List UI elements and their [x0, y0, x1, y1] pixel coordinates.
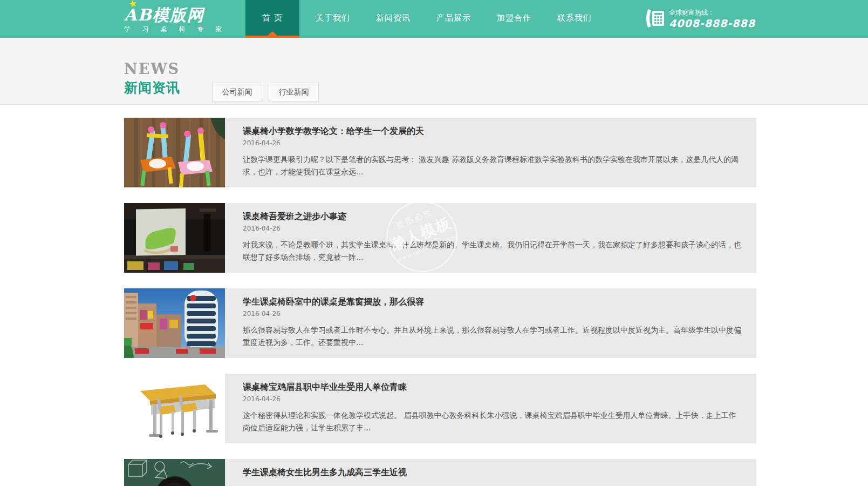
school-desk-photo — [124, 374, 225, 443]
news-item-date: 2016-04-26 — [243, 310, 742, 318]
news-item-date: 2016-04-26 — [243, 225, 742, 232]
nav-item-products[interactable]: 产品展示 — [427, 0, 481, 38]
news-item-title[interactable]: 课桌椅小学数学教学论文：给学生一个发展的天 — [243, 125, 742, 138]
news-body: 学生课桌椅女生比男生多九成高三学生近视 — [225, 459, 756, 486]
news-item-date: 2016-04-26 — [243, 395, 742, 403]
nav-item-label: 关于我们 — [316, 13, 350, 23]
mall-building-photo — [124, 288, 225, 358]
news-tabs: 公司新闻 行业新闻 — [212, 83, 325, 102]
top-navbar: ★ AB模版网 学 习 桌 椅 专 家 首 页 关于我们 新闻资讯 产品展示 加… — [0, 0, 868, 38]
news-item[interactable]: 课桌椅吾爱班之进步小事迹 2016-04-26 对我来说，不论是教哪个班，其实学… — [124, 203, 756, 273]
tab-company-news[interactable]: 公司新闻 — [212, 83, 262, 102]
news-item[interactable]: 学生课桌椅卧室中的课桌是靠窗摆放，那么很容 2016-04-26 那么很容易导致… — [124, 288, 756, 358]
news-item-date: 2016-04-26 — [243, 139, 742, 147]
nav-item-label: 加盟合作 — [497, 13, 531, 23]
pencil-chairs-photo — [124, 118, 225, 187]
news-item-excerpt: 这个秘密得从理论和实践一体化教学模式说起。 眉县职教中心教务科科长朱小强说，课桌… — [243, 409, 742, 434]
page-title: 新闻资讯 — [124, 79, 180, 97]
nav-item-label: 产品展示 — [436, 13, 471, 23]
news-body: 课桌椅宝鸡眉县职中毕业生受用人单位青睐 2016-04-26 这个秘密得从理论和… — [225, 374, 756, 443]
nav-item-join[interactable]: 加盟合作 — [487, 0, 541, 38]
news-body: 学生课桌椅卧室中的课桌是靠窗摆放，那么很容 2016-04-26 那么很容易导致… — [225, 288, 756, 358]
nav-item-label: 首 页 — [262, 13, 283, 23]
news-item-excerpt: 对我来说，不论是教哪个班，其实学生课桌椅。什么班都是新的。学生课桌椅。我仍旧记得… — [243, 239, 742, 264]
news-item-title[interactable]: 学生课桌椅女生比男生多九成高三学生近视 — [243, 466, 742, 479]
news-list: 课桌椅小学数学教学论文：给学生一个发展的天 2016-04-26 让数学课更具吸… — [124, 118, 756, 486]
news-item-excerpt: 让数学课更具吸引力呢？以下是笔者的实践与思考： 激发兴趣 苏教版义务教育课程标准… — [243, 153, 742, 178]
mall-screen-photo — [124, 203, 225, 273]
active-arrow-icon — [268, 31, 277, 36]
news-item-title[interactable]: 课桌椅宝鸡眉县职中毕业生受用人单位青睐 — [243, 381, 742, 394]
hotline-number: 4008-888-888 — [669, 17, 755, 29]
news-item[interactable]: Little C... 学生课桌椅女生比男生多九成高三学生近视 — [124, 459, 756, 486]
nav-item-news[interactable]: 新闻资讯 — [366, 0, 420, 38]
logo-subtitle: 学 习 桌 椅 专 家 — [124, 25, 224, 34]
chalkboard-student-photo: Little C... — [124, 459, 225, 486]
hotline-block: 全球财富热线： 4008-888-888 — [646, 8, 755, 29]
hotline-label: 全球财富热线： — [669, 8, 755, 17]
main-nav: 首 页 关于我们 新闻资讯 产品展示 加盟合作 联系我们 — [245, 0, 608, 38]
nav-item-home[interactable]: 首 页 — [245, 0, 299, 38]
news-header-strip: NEWS 新闻资讯 公司新闻 行业新闻 — [0, 38, 868, 105]
logo-text: AB模版网 — [124, 4, 224, 26]
news-item[interactable]: 课桌椅宝鸡眉县职中毕业生受用人单位青睐 2016-04-26 这个秘密得从理论和… — [124, 374, 756, 443]
news-body: 课桌椅吾爱班之进步小事迹 2016-04-26 对我来说，不论是教哪个班，其实学… — [225, 203, 756, 273]
news-kicker: NEWS — [124, 60, 180, 77]
nav-item-contact[interactable]: 联系我们 — [548, 0, 602, 38]
news-item-excerpt: 那么很容易导致人在学习或者工作时不专心。并且从环境上来说，那么很容易导致人在学习… — [243, 324, 742, 349]
phone-icon — [646, 8, 664, 29]
nav-item-about[interactable]: 关于我们 — [306, 0, 360, 38]
nav-item-label: 新闻资讯 — [376, 13, 411, 23]
news-item-title[interactable]: 学生课桌椅卧室中的课桌是靠窗摆放，那么很容 — [243, 295, 742, 308]
nav-item-label: 联系我们 — [557, 13, 592, 23]
news-item[interactable]: 课桌椅小学数学教学论文：给学生一个发展的天 2016-04-26 让数学课更具吸… — [124, 118, 756, 187]
news-item-title[interactable]: 课桌椅吾爱班之进步小事迹 — [243, 210, 742, 223]
tab-industry-news[interactable]: 行业新闻 — [269, 83, 319, 102]
site-logo[interactable]: ★ AB模版网 学 习 桌 椅 专 家 — [124, 0, 224, 38]
news-body: 课桌椅小学数学教学论文：给学生一个发展的天 2016-04-26 让数学课更具吸… — [225, 118, 756, 187]
